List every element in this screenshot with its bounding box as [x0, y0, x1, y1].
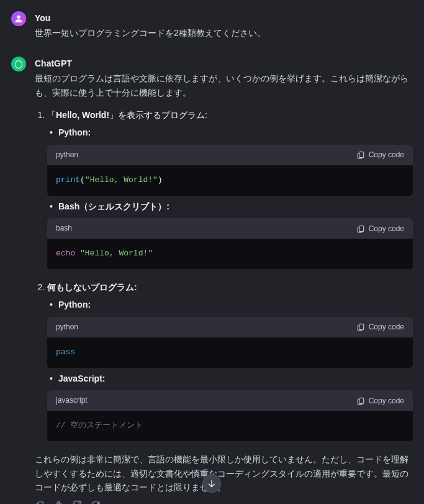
code-block: python Copy code print("Hello, World!") [47, 145, 413, 196]
list-item: 「Hello, World!」を表示するプログラム: Python: pytho… [47, 108, 413, 269]
regenerate-button[interactable] [91, 500, 101, 504]
user-text: 世界一短いプログラミングコードを2種類教えてください。 [35, 26, 413, 40]
message-actions [35, 500, 413, 504]
code-block: bash Copy code echo "Hello, World!" [47, 218, 413, 269]
svg-point-0 [17, 16, 20, 19]
list-item: Bash（シェルスクリプト）: bash Copy code echo "Hel… [47, 199, 413, 269]
copy-code-button[interactable]: Copy code [356, 150, 404, 159]
assistant-intro: 最短のプログラムは言語や文脈に依存しますが、いくつかの例を挙げます。これらは簡潔… [35, 71, 413, 99]
code-header: javascript Copy code [47, 390, 413, 411]
list-item: Python: python Copy code pass [47, 298, 413, 367]
user-avatar [11, 11, 26, 26]
arrow-down-icon [207, 479, 217, 488]
scroll-down-button[interactable] [202, 474, 221, 493]
item-title: 「Hello, World!」を表示するプログラム: [47, 110, 207, 120]
code-lang: bash [56, 222, 72, 234]
assistant-closing: これらの例は非常に簡潔で、言語の機能を最小限しか使用していません。ただし、コード… [35, 452, 413, 494]
clipboard-icon [35, 500, 45, 504]
svg-rect-4 [359, 398, 363, 403]
lang-label: Python: [58, 127, 91, 137]
list-item: 何もしないプログラム: Python: python Copy code [47, 280, 413, 441]
sub-list: Python: python Copy code pass [47, 298, 413, 441]
assistant-author: ChatGPT [35, 57, 413, 70]
sub-list: Python: python Copy code print("Hello, W… [47, 126, 413, 269]
copy-code-button[interactable]: Copy code [356, 224, 404, 233]
lang-label: JavaScript: [58, 373, 105, 383]
thumbs-down-button[interactable] [72, 500, 82, 504]
clipboard-icon [356, 224, 365, 233]
numbered-list: 「Hello, World!」を表示するプログラム: Python: pytho… [35, 108, 413, 441]
svg-rect-2 [359, 226, 363, 231]
code-block: javascript Copy code // 空のステートメント [47, 390, 413, 441]
user-message: You 世界一短いプログラミングコードを2種類教えてください。 [11, 11, 413, 40]
user-icon [14, 14, 24, 24]
refresh-icon [91, 500, 101, 504]
code-header: python Copy code [47, 145, 413, 165]
list-item: JavaScript: javascript Copy code // 空のステ… [47, 372, 413, 441]
code-header: python Copy code [47, 317, 413, 337]
clipboard-icon [356, 150, 365, 159]
code-header: bash Copy code [47, 218, 413, 239]
lang-label: Bash（シェルスクリプト）: [58, 201, 169, 211]
code-block: python Copy code pass [47, 317, 413, 368]
user-author: You [35, 11, 413, 25]
list-item: Python: python Copy code print("Hello, W… [47, 126, 413, 195]
code-content[interactable]: pass [47, 337, 413, 368]
copy-message-button[interactable] [35, 500, 45, 504]
code-content[interactable]: // 空のステートメント [47, 411, 413, 441]
copy-code-button[interactable]: Copy code [356, 396, 404, 405]
assistant-avatar [11, 57, 26, 71]
assistant-logo-icon [14, 59, 24, 69]
code-lang: javascript [56, 395, 88, 406]
assistant-body: ChatGPT 最短のプログラムは言語や文脈に依存しますが、いくつかの例を挙げま… [35, 57, 413, 504]
thumbs-up-icon [53, 500, 63, 504]
svg-rect-3 [359, 324, 363, 330]
code-lang: python [56, 149, 78, 161]
assistant-message: ChatGPT 最短のプログラムは言語や文脈に依存しますが、いくつかの例を挙げま… [11, 57, 413, 504]
lang-label: Python: [58, 300, 91, 309]
clipboard-icon [356, 396, 365, 405]
thumbs-up-button[interactable] [53, 500, 63, 504]
copy-code-button[interactable]: Copy code [356, 323, 404, 331]
user-body: You 世界一短いプログラミングコードを2種類教えてください。 [35, 11, 413, 40]
svg-rect-1 [359, 152, 363, 158]
clipboard-icon [356, 323, 365, 331]
code-content[interactable]: print("Hello, World!") [47, 165, 413, 196]
code-lang: python [56, 321, 78, 333]
item-title: 何もしないプログラム: [47, 282, 137, 292]
thumbs-down-icon [72, 500, 82, 504]
code-content[interactable]: echo "Hello, World!" [47, 239, 413, 269]
